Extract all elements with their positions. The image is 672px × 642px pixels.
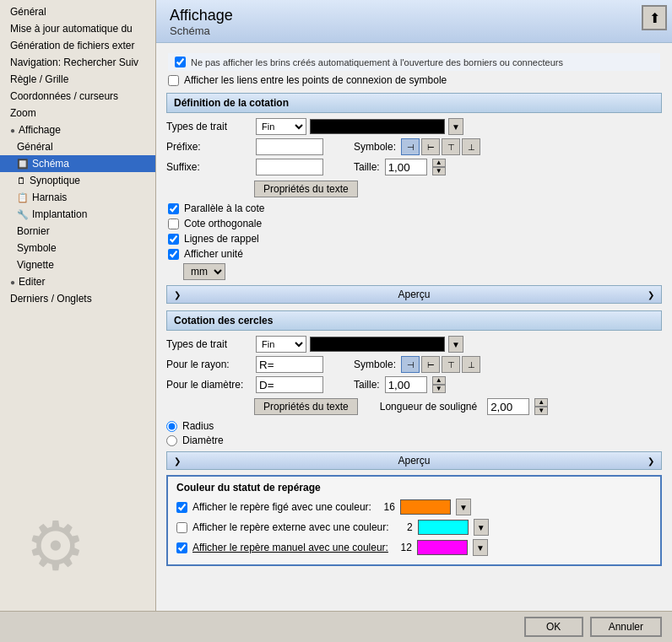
radius-label: Radius — [182, 420, 214, 432]
diametre-input[interactable] — [256, 376, 323, 393]
page-title: Affichage — [170, 7, 658, 24]
sidebar-item-gen[interactable]: Génération de fichiers exter — [0, 37, 155, 54]
rayon-row: Pour le rayon: Symbole: ⊣ ⊢ ⊤ ⊥ — [166, 356, 662, 373]
color-section-title: Couleur du statut de repérage — [176, 482, 652, 494]
lignes-rappel-checkbox[interactable] — [168, 234, 179, 245]
apercu-bar-1[interactable]: ❯ Aperçu ❯ — [166, 285, 662, 304]
chevron-right-icon-2: ❯ — [648, 456, 654, 466]
sidebar-item-zoom[interactable]: Zoom — [0, 105, 155, 121]
parallele-label: Parallèle à la cote — [184, 202, 264, 214]
lignes-rappel-label: Lignes de rappel — [184, 233, 259, 245]
rayon-input[interactable] — [256, 356, 323, 373]
suffixe-input[interactable] — [256, 159, 323, 175]
sidebar-item-affichage[interactable]: ● Affichage — [0, 121, 155, 138]
symbol-buttons-2: ⊣ ⊢ ⊤ ⊥ — [401, 356, 480, 373]
spin-up-2[interactable]: ▲ — [432, 376, 446, 385]
spin-down[interactable]: ▼ — [432, 167, 446, 175]
sym-btn-4[interactable]: ⊥ — [462, 138, 480, 155]
spin-down-2[interactable]: ▼ — [432, 385, 446, 393]
notice-checkbox-1[interactable] — [175, 57, 186, 67]
color-dropdown-externe[interactable]: ▼ — [474, 519, 489, 536]
dropdown-arrow[interactable]: ▼ — [448, 118, 463, 135]
dropdown-arrow-2[interactable]: ▼ — [448, 336, 463, 353]
chevron-left-icon: ❯ — [174, 290, 181, 299]
sym-btn-1[interactable]: ⊣ — [401, 138, 420, 155]
sidebar-item-harnais[interactable]: 📋 Harnais — [0, 189, 155, 206]
afficher-unite-checkbox[interactable] — [168, 249, 179, 260]
parallele-checkbox[interactable] — [168, 203, 179, 214]
sym-btn-c2[interactable]: ⊢ — [421, 356, 440, 373]
types-trait-select[interactable]: Fin — [256, 118, 306, 135]
sidebar-label: Vignette — [17, 259, 54, 271]
sidebar-item-affichage-general[interactable]: Général — [0, 138, 155, 155]
props-text-button-2[interactable]: Propriétés du texte — [254, 398, 358, 415]
sym-btn-2[interactable]: ⊢ — [421, 138, 440, 155]
sidebar-item-derniers[interactable]: Derniers / Onglets — [0, 290, 155, 307]
mm-row: mm — [183, 263, 662, 280]
sidebar-item-schema[interactable]: 🔲 Schéma ➤ — [0, 155, 155, 172]
diametre-row: Pour le diamètre: Taille: ▲ ▼ — [166, 376, 662, 393]
longueur-label: Longueur de souligné — [380, 401, 477, 413]
sidebar-item-editer[interactable]: ● Editer — [0, 273, 155, 290]
color-checkbox-externe[interactable] — [176, 522, 187, 533]
suffixe-label: Suffixe: — [166, 161, 251, 173]
sidebar-label: Implantation — [32, 208, 87, 220]
sidebar-item-bornier[interactable]: Bornier — [0, 223, 155, 240]
sidebar-item-nav[interactable]: Navigation: Rechercher Suiv — [0, 54, 155, 71]
sym-btn-3[interactable]: ⊤ — [442, 138, 460, 155]
taille-input-2[interactable] — [385, 376, 427, 393]
sidebar-label: Editer — [19, 276, 45, 288]
sidebar-label: Derniers / Onglets — [10, 293, 92, 305]
symbol-buttons: ⊣ ⊢ ⊤ ⊥ — [401, 138, 480, 155]
color-checkbox-manuel[interactable] — [176, 542, 187, 553]
sidebar-item-vignette[interactable]: Vignette — [0, 256, 155, 273]
color-dropdown-fige[interactable]: ▼ — [456, 499, 471, 515]
ok-button[interactable]: OK — [524, 617, 583, 637]
afficher-unite-row: Afficher unité — [168, 248, 660, 260]
sidebar-item-symbole[interactable]: Symbole — [0, 240, 155, 256]
sidebar-item-regle[interactable]: Règle / Grille — [0, 71, 155, 88]
sym-btn-c4[interactable]: ⊥ — [462, 356, 480, 373]
radius-radio[interactable] — [166, 421, 177, 432]
scroll-area[interactable]: Ne pas afficher les brins créés automati… — [156, 43, 672, 611]
mm-select[interactable]: mm — [183, 263, 225, 280]
taille-input[interactable] — [385, 159, 427, 175]
color-row-externe: Afficher le repère externe avec une coul… — [176, 519, 652, 536]
color-checkbox-fige[interactable] — [176, 502, 187, 513]
main-panel: ⬆ Affichage Schéma Ne pas afficher les b… — [156, 0, 672, 611]
sidebar-item-maj[interactable]: Mise à jour automatique du — [0, 20, 155, 37]
sidebar-item-implantation[interactable]: 🔧 Implantation — [0, 206, 155, 223]
color-swatch-fige — [400, 499, 451, 515]
prefixe-input[interactable] — [256, 138, 323, 155]
sym-btn-c1[interactable]: ⊣ — [401, 356, 420, 373]
diametre-radio[interactable] — [166, 435, 177, 446]
longueur-input[interactable] — [487, 398, 529, 415]
harnais-icon: 📋 — [17, 192, 29, 203]
main-header: Affichage Schéma — [156, 0, 672, 43]
parallele-row: Parallèle à la cote — [168, 202, 660, 214]
spin-up[interactable]: ▲ — [432, 159, 446, 167]
apercu-bar-2[interactable]: ❯ Aperçu ❯ — [166, 451, 662, 470]
rayon-label: Pour le rayon: — [166, 359, 251, 370]
sidebar-item-synoptique[interactable]: 🗒 Synoptique — [0, 172, 155, 189]
apercu-label-2: Aperçu — [398, 455, 430, 467]
spin-up-3[interactable]: ▲ — [534, 398, 548, 407]
sidebar-label: Synoptique — [30, 175, 80, 186]
notice-checkbox-2[interactable] — [168, 75, 179, 86]
annuler-button[interactable]: Annuler — [590, 617, 662, 637]
chip-icon: 🔧 — [17, 209, 29, 220]
orthogonale-checkbox[interactable] — [168, 218, 179, 229]
sidebar-label: Schéma — [32, 158, 69, 170]
props-btn-row: Propriétés du texte — [254, 179, 662, 199]
sidebar-item-general[interactable]: Général — [0, 3, 155, 20]
sym-btn-c3[interactable]: ⊤ — [442, 356, 460, 373]
props-longueur-row: Propriétés du texte Longueur de souligné… — [166, 397, 662, 417]
spin-down-3[interactable]: ▼ — [534, 407, 548, 415]
props-text-button-1[interactable]: Propriétés du texte — [254, 181, 358, 197]
notice-text-2: Afficher les liens entre les points de c… — [184, 74, 447, 86]
upload-button[interactable]: ⬆ — [642, 5, 667, 30]
sidebar-label: Général — [10, 6, 46, 18]
color-dropdown-manuel[interactable]: ▼ — [473, 539, 488, 556]
types-trait-select-2[interactable]: Fin — [256, 336, 306, 353]
sidebar-item-coordonnees[interactable]: Coordonnées / curseurs — [0, 88, 155, 105]
